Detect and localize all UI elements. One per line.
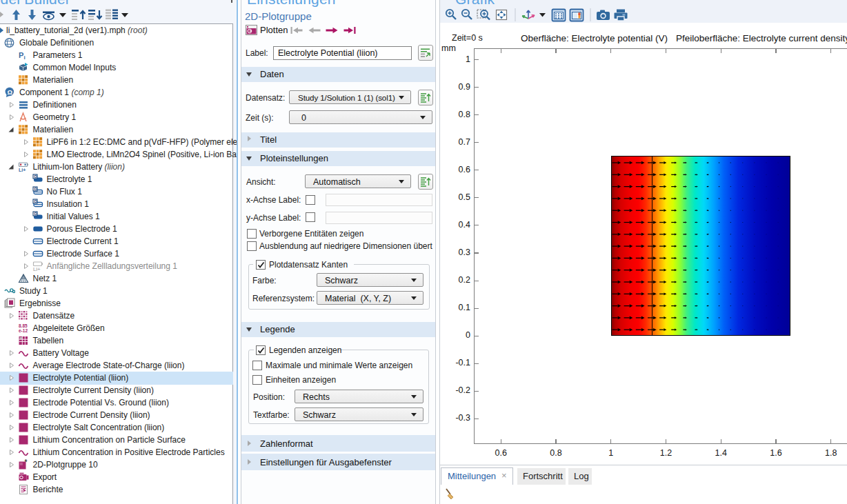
svg-text:i: i: [24, 54, 26, 61]
svg-text:D: D: [34, 212, 37, 216]
svg-text:Li+: Li+: [19, 168, 26, 172]
svg-text:P: P: [19, 51, 23, 59]
svg-text:8.85: 8.85: [19, 323, 28, 328]
svg-text:Ω: Ω: [7, 88, 12, 96]
svg-text:Li+: Li+: [33, 267, 40, 272]
svg-text:D: D: [34, 187, 37, 191]
svg-text:e-12: e-12: [19, 328, 28, 333]
svg-text:*: *: [25, 459, 28, 466]
svg-text:D: D: [34, 174, 37, 179]
svg-text:D: D: [34, 199, 37, 203]
